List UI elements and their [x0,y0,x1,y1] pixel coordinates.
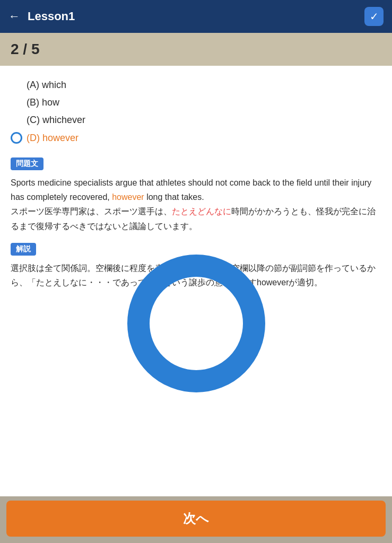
option-d-label: (D) however [27,133,79,144]
next-button[interactable]: 次へ [6,501,386,537]
mondai-highlight-word: however [112,192,144,202]
progress-area: 2 / 5 [0,33,392,66]
option-a-label: (A) which [27,80,66,91]
mondai-japanese-highlight: たとえどんなに [172,207,231,216]
mondai-japanese-start: スポーツ医学専門家は、スポーツ選手は、 [11,207,172,216]
option-a[interactable]: (A) which [11,76,381,94]
option-d-radio [11,132,22,144]
option-c-label: (C) whichever [27,115,85,126]
check-button[interactable]: ✓ [364,7,384,26]
check-icon: ✓ [370,10,379,23]
mondai-english-end: long that takes. [144,192,204,202]
kaisetsu-section: 解説 選択肢は全て関係詞。空欄後に程度を表す関係詞が入る。空欄以降の節が副詞節を… [11,243,381,290]
options-list: (A) which (B) how (C) whichever (D) howe… [11,76,381,147]
progress-text: 2 / 5 [11,41,39,58]
header-left: ← Lesson1 [8,10,75,23]
back-button[interactable]: ← [8,10,20,23]
mondai-section: 問題文 Sports medicine specialists argue th… [11,157,381,233]
mondai-badge: 問題文 [11,157,43,170]
kaisetsu-badge: 解説 [11,243,36,256]
kaisetsu-text: 選択肢は全て関係詞。空欄後に程度を表す関係詞が入る。空欄以降の節が副詞節を作って… [11,261,381,290]
content-area: (A) which (B) how (C) whichever (D) howe… [0,66,392,305]
header-title: Lesson1 [28,10,75,23]
mondai-text: Sports medicine specialists argue that a… [11,176,381,233]
option-b-label: (B) how [27,97,59,108]
option-c[interactable]: (C) whichever [11,111,381,129]
option-d[interactable]: (D) however [11,129,381,147]
option-b[interactable]: (B) how [11,94,381,111]
bottom-area: 次へ [0,496,392,543]
header: ← Lesson1 ✓ [0,0,392,33]
